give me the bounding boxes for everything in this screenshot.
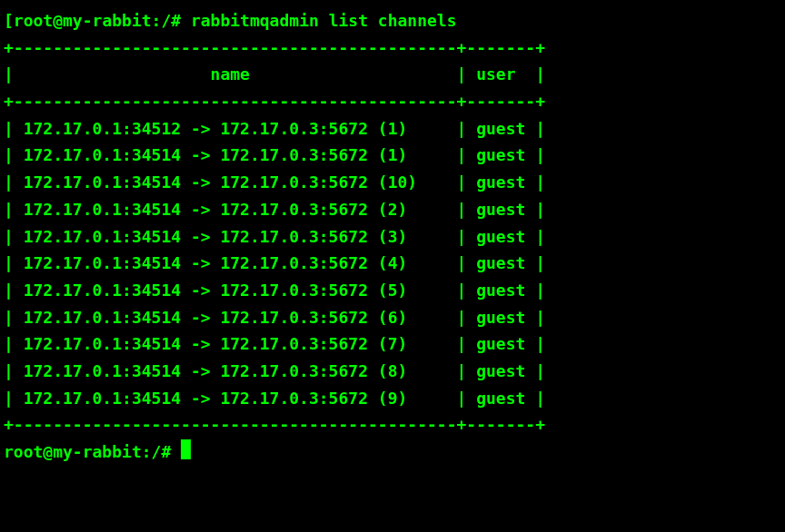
table-row: | 172.17.0.1:34512 -> 172.17.0.3:5672 (1… — [4, 115, 781, 143]
shell-prompt: root@my-rabbit:/# — [4, 442, 171, 461]
cursor-icon — [181, 439, 191, 459]
table-row: | 172.17.0.1:34514 -> 172.17.0.3:5672 (3… — [4, 223, 781, 251]
table-row: | 172.17.0.1:34514 -> 172.17.0.3:5672 (2… — [4, 196, 781, 223]
shell-prompt: root@my-rabbit:/# — [14, 11, 181, 30]
table-border-mid: +---------------------------------------… — [4, 88, 781, 115]
table-row: | 172.17.0.1:34514 -> 172.17.0.3:5672 (7… — [4, 330, 781, 358]
table-row: | 172.17.0.1:34514 -> 172.17.0.3:5672 (9… — [4, 385, 781, 412]
table-row: | 172.17.0.1:34514 -> 172.17.0.3:5672 (4… — [4, 250, 781, 277]
table-row: | 172.17.0.1:34514 -> 172.17.0.3:5672 (1… — [4, 169, 781, 196]
command-text: rabbitmqadmin list channels — [191, 11, 457, 30]
prompt-line[interactable]: root@my-rabbit:/# — [4, 438, 781, 466]
table-header: | name | user | — [4, 61, 781, 88]
table-border-top: +---------------------------------------… — [4, 34, 781, 62]
command-line: [root@my-rabbit:/# rabbitmqadmin list ch… — [4, 7, 781, 34]
table-row: | 172.17.0.1:34514 -> 172.17.0.3:5672 (6… — [4, 304, 781, 331]
table-row: | 172.17.0.1:34514 -> 172.17.0.3:5672 (5… — [4, 277, 781, 304]
table-row: | 172.17.0.1:34514 -> 172.17.0.3:5672 (8… — [4, 358, 781, 385]
prompt-bracket: [ — [4, 11, 14, 30]
table-row: | 172.17.0.1:34514 -> 172.17.0.3:5672 (1… — [4, 142, 781, 169]
table-border-bottom: +---------------------------------------… — [4, 411, 781, 438]
